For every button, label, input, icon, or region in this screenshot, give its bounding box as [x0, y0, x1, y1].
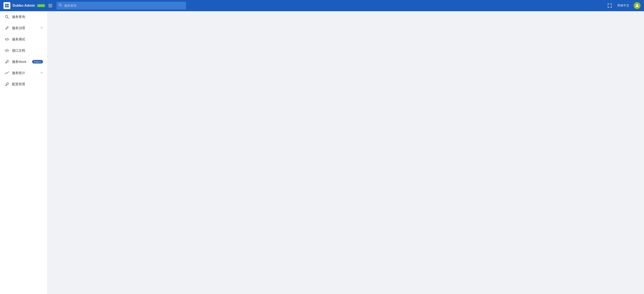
search-input[interactable]	[56, 2, 186, 10]
language-button[interactable]: 简体中文	[617, 4, 629, 8]
sidebar-item-label: 服务治理	[12, 26, 40, 30]
fullscreen-button[interactable]	[606, 2, 613, 9]
sidebar-item-label: 服务统计	[12, 71, 40, 75]
edit-icon	[4, 26, 10, 31]
code-icon	[4, 37, 10, 42]
sidebar-item-config-management[interactable]: 配置管理	[0, 78, 47, 90]
sidebar-item-label: 配置管理	[12, 82, 43, 86]
menu-toggle-button[interactable]	[46, 2, 54, 9]
svg-line-13	[7, 49, 7, 52]
sidebar-item-service-search[interactable]: 服务查询	[0, 11, 47, 22]
navbar: Dubbo Admin 0.3.0 简体中文	[0, 0, 644, 11]
sidebar-item-service-test[interactable]: 服务测试	[0, 34, 47, 45]
svg-rect-6	[48, 7, 52, 7]
chevron-down-icon	[40, 26, 43, 30]
code-icon	[4, 48, 10, 53]
svg-rect-2	[5, 6, 7, 7]
brand-logo	[4, 2, 10, 9]
sidebar-item-label: 接口文档	[12, 48, 43, 53]
sidebar-item-service-governance[interactable]: 服务治理	[0, 22, 47, 34]
main-content	[48, 11, 644, 294]
svg-rect-4	[48, 4, 52, 4]
svg-rect-5	[48, 6, 52, 6]
sidebar: 服务查询服务治理服务测试接口文档服务Mockfeature服务统计配置管理	[0, 11, 48, 294]
sidebar-item-api-docs[interactable]: 接口文档	[0, 45, 47, 56]
brand: Dubbo Admin 0.3.0	[4, 2, 46, 9]
sidebar-item-label: 服务Mock	[12, 60, 30, 64]
svg-rect-0	[5, 4, 7, 6]
svg-line-11	[8, 18, 9, 18]
svg-line-12	[7, 38, 7, 40]
search-bar	[56, 2, 186, 10]
sidebar-item-service-mock[interactable]: 服务Mockfeature	[0, 56, 47, 67]
feature-badge: feature	[32, 60, 43, 64]
chevron-down-icon	[40, 72, 43, 75]
avatar[interactable]	[634, 2, 640, 9]
brand-title: Dubbo Admin	[12, 4, 35, 8]
svg-point-9	[636, 4, 638, 6]
svg-rect-1	[7, 4, 9, 6]
svg-rect-3	[7, 6, 9, 7]
sidebar-item-label: 服务查询	[12, 15, 43, 19]
sidebar-item-label: 服务测试	[12, 37, 43, 42]
layout: 服务查询服务治理服务测试接口文档服务Mockfeature服务统计配置管理	[0, 0, 644, 294]
version-badge: 0.3.0	[37, 4, 45, 7]
wrench-icon	[4, 59, 10, 64]
search-icon	[4, 14, 10, 20]
chart-icon	[4, 70, 10, 76]
sidebar-item-service-stats[interactable]: 服务统计	[0, 67, 47, 78]
navbar-right: 简体中文	[606, 2, 640, 9]
wrench-icon	[4, 82, 10, 87]
